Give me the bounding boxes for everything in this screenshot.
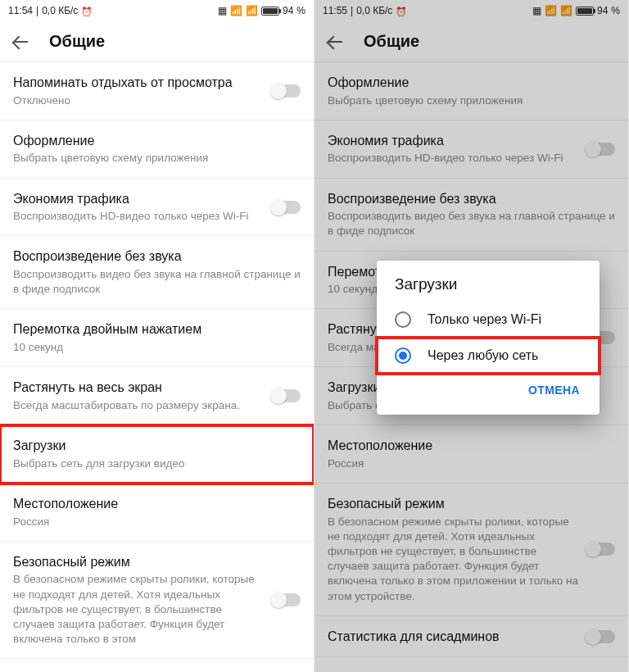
switch-toggle[interactable] [586, 630, 615, 643]
row-subtitle: Всегда масштабировать по размеру экрана. [13, 398, 265, 413]
battery-percent: 94 [283, 5, 293, 16]
row-body: Растянуть на весь экранВсегда масштабиро… [13, 379, 265, 413]
status-right: ▦ 📶 📶 94% [532, 5, 620, 16]
settings-row[interactable]: МестоположениеРоссия [0, 484, 314, 542]
switch-toggle[interactable] [271, 389, 301, 402]
status-bar: 11:55 | 0,0 КБ/с ▦ 📶 📶 94% [314, 0, 628, 21]
back-icon[interactable] [328, 34, 344, 50]
row-title: Статистика для сисадминов [328, 628, 579, 646]
row-subtitle: Выбрать цветовую схему приложения [328, 93, 615, 108]
settings-list: Напоминать отдыхать от просмотраОтключен… [0, 62, 314, 659]
row-title: Оформление [13, 132, 301, 150]
battery-percent: 94 [597, 5, 608, 16]
settings-row[interactable]: Экономия трафикаВоспроизводить HD-видео … [314, 120, 628, 179]
radio-option[interactable]: Только через Wi-Fi [377, 302, 600, 338]
settings-row[interactable]: Воспроизведение без звукаВоспроизводить … [0, 236, 314, 309]
settings-row[interactable]: Экономия трафикаВоспроизводить HD-видео … [0, 179, 314, 237]
status-bar: 11:54 | 0,0 КБ/с ▦ 📶 📶 94% [0, 0, 314, 21]
row-title: Загрузки [13, 437, 301, 455]
status-left: 11:54 | 0,0 КБ/с [8, 5, 91, 16]
pct-suffix: % [611, 5, 620, 16]
vk-icon: ▦ [218, 5, 227, 16]
radio-checked-icon[interactable] [395, 347, 411, 364]
switch-toggle[interactable] [271, 84, 301, 98]
settings-row[interactable]: Безопасный режимВ безопасном режиме скры… [314, 484, 628, 616]
row-body: ОформлениеВыбрать цветовую схему приложе… [328, 74, 615, 108]
page-title: Общие [364, 32, 419, 51]
row-title: Растянуть на весь экран [13, 379, 265, 397]
row-title: Экономия трафика [13, 190, 265, 208]
row-title: Напоминать отдыхать от просмотра [13, 74, 265, 92]
row-subtitle: Россия [13, 515, 301, 529]
row-title: Местоположение [328, 437, 615, 455]
vk-icon: ▦ [532, 5, 541, 16]
status-left: 11:55 | 0,0 КБ/с [323, 5, 405, 16]
row-subtitle: 10 секунд [13, 340, 301, 355]
settings-row[interactable]: ОформлениеВыбрать цветовую схему приложе… [0, 120, 314, 179]
row-body: Перемотка двойным нажатием10 секунд [13, 320, 301, 355]
row-subtitle: Воспроизводить видео без звука на главно… [13, 267, 301, 297]
row-title: Безопасный режим [328, 495, 579, 513]
row-body: Безопасный режимВ безопасном режиме скры… [13, 553, 265, 647]
signal-icon: 📶 [545, 5, 557, 16]
row-body: МестоположениеРоссия [328, 437, 615, 471]
row-subtitle: Россия [328, 456, 615, 471]
row-subtitle: Выбрать цветовую схему приложения [13, 151, 301, 166]
settings-row[interactable]: МестоположениеРоссия [314, 425, 628, 484]
settings-row[interactable]: Напоминать отдыхать от просмотраОтключен… [0, 62, 314, 120]
battery-icon [576, 7, 594, 16]
settings-row[interactable]: Безопасный режимВ безопасном режиме скры… [0, 542, 314, 660]
status-time: 11:55 [323, 5, 347, 16]
signal-icon-2: 📶 [246, 5, 258, 16]
appbar: Общие [0, 21, 314, 62]
radio-label: Только через Wi-Fi [428, 312, 541, 327]
signal-icon-2: 📶 [560, 5, 572, 16]
page-title: Общие [49, 32, 105, 51]
row-subtitle: В безопасном режиме скрыты ролики, котор… [328, 515, 579, 604]
signal-icon: 📶 [230, 5, 242, 16]
dialog-title: Загрузки [377, 275, 600, 302]
switch-toggle[interactable] [271, 201, 301, 214]
row-title: Воспроизведение без звука [328, 190, 615, 208]
phone-left: 11:54 | 0,0 КБ/с ▦ 📶 📶 94% Общие Напомин… [0, 0, 314, 672]
appbar: Общие [314, 21, 628, 62]
settings-row[interactable]: Статистика для сисадминов [314, 616, 628, 658]
row-body: Статистика для сисадминов [328, 628, 579, 646]
row-body: Воспроизведение без звукаВоспроизводить … [328, 190, 615, 239]
row-body: Воспроизведение без звукаВоспроизводить … [13, 247, 301, 297]
row-subtitle: В безопасном режиме скрыты ролики, котор… [13, 572, 265, 647]
radio-option[interactable]: Через любую сеть [377, 338, 600, 374]
status-time: 11:54 [8, 5, 33, 16]
row-title: Местоположение [13, 495, 301, 513]
radio-unchecked-icon[interactable] [395, 311, 411, 328]
alarm-icon [81, 6, 91, 16]
row-title: Воспроизведение без звука [13, 247, 301, 266]
settings-row[interactable]: Растянуть на весь экранВсегда масштабиро… [0, 367, 314, 425]
battery-icon [261, 7, 279, 16]
switch-toggle[interactable] [586, 543, 615, 556]
settings-row[interactable]: Воспроизведение без звукаВоспроизводить … [314, 179, 628, 252]
row-title: Перемотка двойным нажатием [13, 320, 301, 338]
row-subtitle: Выбрать сеть для загрузки видео [13, 456, 301, 471]
row-title: Экономия трафика [328, 132, 579, 150]
settings-row[interactable]: Перемотка двойным нажатием10 секунд [0, 309, 314, 367]
downloads-dialog: Загрузки Только через Wi-FiЧерез любую с… [377, 261, 600, 415]
switch-toggle[interactable] [586, 143, 615, 156]
back-icon[interactable] [13, 34, 29, 50]
status-sep: | [36, 5, 38, 16]
row-title: Безопасный режим [13, 553, 265, 571]
row-subtitle: Отключено [13, 93, 265, 108]
row-body: Безопасный режимВ безопасном режиме скры… [328, 495, 579, 604]
status-right: ▦ 📶 📶 94% [218, 5, 305, 16]
switch-toggle[interactable] [271, 593, 301, 606]
row-subtitle: Воспроизводить HD-видео только через Wi-… [328, 151, 579, 166]
row-body: Экономия трафикаВоспроизводить HD-видео … [13, 190, 265, 225]
row-body: Напоминать отдыхать от просмотраОтключен… [13, 74, 265, 108]
alarm-icon [396, 6, 405, 16]
dialog-actions: ОТМЕНА [377, 374, 600, 410]
row-body: ОформлениеВыбрать цветовую схему приложе… [13, 132, 301, 166]
row-subtitle: Воспроизводить видео без звука на главно… [328, 209, 615, 238]
settings-row[interactable]: ЗагрузкиВыбрать сеть для загрузки видео [0, 425, 314, 484]
settings-row[interactable]: ОформлениеВыбрать цветовую схему приложе… [314, 62, 628, 120]
cancel-button[interactable]: ОТМЕНА [522, 379, 586, 402]
